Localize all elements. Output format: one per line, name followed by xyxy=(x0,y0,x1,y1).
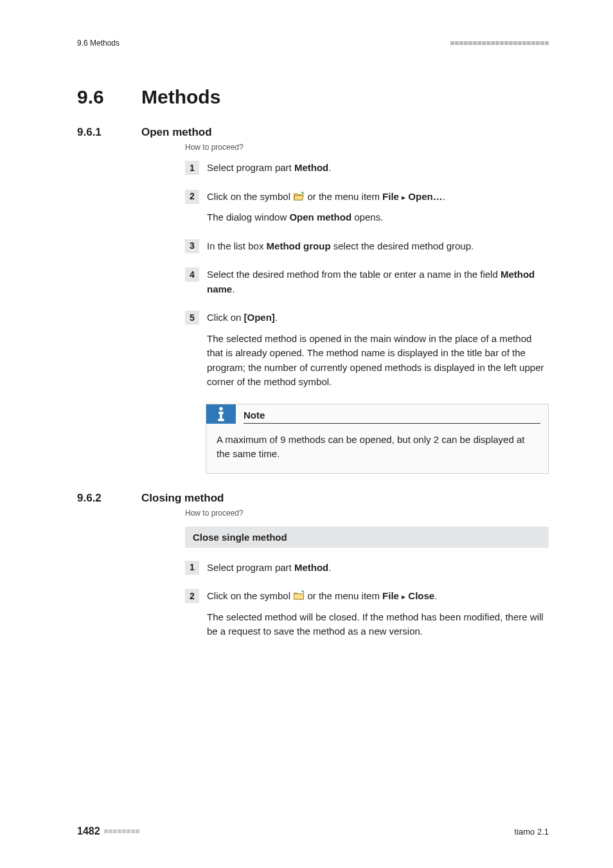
step-number: 2 xyxy=(185,589,199,603)
heading-level-1: 9.6 Methods xyxy=(77,86,549,108)
page-footer: 1482 tiamo 2.1 xyxy=(77,826,549,837)
step-text: Select program part Method. xyxy=(207,161,549,176)
menu-arrow-icon: ▸ xyxy=(402,592,405,601)
header-section-ref: 9.6 Methods xyxy=(77,39,120,48)
heading-title: Closing method xyxy=(141,492,224,505)
page-number: 1482 xyxy=(77,826,100,837)
running-header: 9.6 Methods xyxy=(77,39,549,48)
step-text: Click on [Open]. xyxy=(207,311,549,325)
info-icon xyxy=(206,404,236,424)
heading-number: 9.6 xyxy=(77,86,118,108)
close-folder-icon xyxy=(293,590,305,601)
product-name: tiamo 2.1 xyxy=(515,827,549,836)
step-item: 5 Click on [Open]. The selected method i… xyxy=(185,311,549,390)
step-item: 3 In the list box Method group select th… xyxy=(185,239,549,254)
step-number: 1 xyxy=(185,561,199,575)
step-item: 4 Select the desired method from the tab… xyxy=(185,267,549,296)
step-item: 2 Click on the symbol or the menu item F… xyxy=(185,190,549,225)
step-text: Click on the symbol or the menu item Fil… xyxy=(207,589,549,604)
menu-arrow-icon: ▸ xyxy=(402,193,405,202)
note-body: A maximum of 9 methods can be opened, bu… xyxy=(206,424,548,473)
step-text: The selected method is opened in the mai… xyxy=(207,332,549,390)
step-number: 5 xyxy=(185,311,199,325)
step-item: 2 Click on the symbol or the menu item F… xyxy=(185,589,549,639)
step-number: 4 xyxy=(185,267,199,282)
step-number: 3 xyxy=(185,239,199,253)
svg-rect-3 xyxy=(218,419,224,421)
heading-number: 9.6.1 xyxy=(77,126,118,139)
step-text: Select the desired method from the table… xyxy=(207,267,549,296)
step-number: 1 xyxy=(185,161,199,175)
step-text: Select program part Method. xyxy=(207,561,549,575)
step-item: 1 Select program part Method. xyxy=(185,161,549,176)
footer-ornament-icon xyxy=(104,829,139,833)
step-text: The dialog window Open method opens. xyxy=(207,210,549,225)
step-text: In the list box Method group select the … xyxy=(207,239,549,254)
heading-level-2: 9.6.2 Closing method xyxy=(77,492,549,505)
svg-rect-2 xyxy=(220,411,222,420)
heading-title: Methods xyxy=(141,86,220,108)
heading-level-2: 9.6.1 Open method xyxy=(77,126,549,139)
step-text: The selected method will be closed. If t… xyxy=(207,610,549,639)
note-title: Note xyxy=(244,410,540,424)
heading-title: Open method xyxy=(141,126,212,139)
step-item: 1 Select program part Method. xyxy=(185,561,549,575)
note-callout: Note A maximum of 9 methods can be opene… xyxy=(206,404,549,474)
step-text: Click on the symbol or the menu item Fil… xyxy=(207,190,549,204)
open-folder-icon xyxy=(293,191,305,201)
svg-point-0 xyxy=(219,407,223,411)
heading-number: 9.6.2 xyxy=(77,492,118,505)
header-ornament-icon xyxy=(450,41,549,45)
how-to-proceed-label: How to proceed? xyxy=(185,509,549,518)
how-to-proceed-label: How to proceed? xyxy=(185,143,549,152)
step-number: 2 xyxy=(185,190,199,204)
sub-heading-bar: Close single method xyxy=(185,527,549,548)
